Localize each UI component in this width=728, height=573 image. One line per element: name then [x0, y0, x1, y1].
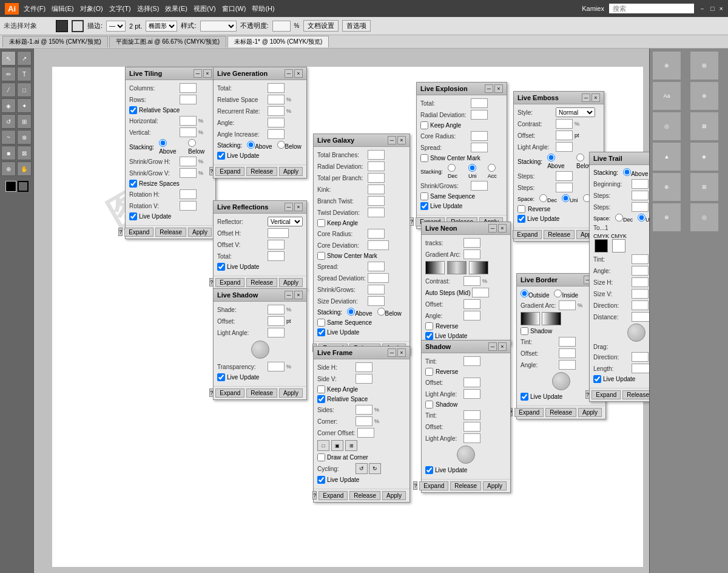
help-tiling[interactable]: ?	[118, 228, 123, 236]
live-update-neon[interactable]	[425, 332, 433, 340]
exp-total-input[interactable]: 200	[471, 98, 488, 108]
right-btn1[interactable]: ⊕	[652, 51, 681, 80]
right-btn12[interactable]: ◎	[690, 203, 719, 232]
same-seq-exp[interactable]	[420, 192, 428, 200]
shrink-v-input[interactable]: 100	[180, 168, 197, 178]
cycling-icon1[interactable]: ↺	[356, 463, 368, 474]
trail-dragdir-input[interactable]: -45	[632, 352, 649, 362]
hand-tool[interactable]: ✋	[17, 161, 32, 176]
release-emboss[interactable]: Release	[544, 230, 575, 239]
tab-2[interactable]: 未标题-1* @ 100% (CMYK/预览)	[228, 36, 329, 47]
frame-sidev-input[interactable]: 8	[356, 374, 372, 384]
reverse-shadowp[interactable]	[425, 368, 433, 376]
trail-above[interactable]	[623, 168, 631, 176]
shadowp-close[interactable]: ×	[498, 342, 507, 351]
menu-file[interactable]: 文件(F)	[24, 4, 46, 13]
emboss-steps2-input[interactable]: 25	[556, 183, 573, 192]
emboss-contrast-input[interactable]: 66.5	[556, 119, 573, 129]
right-btn10[interactable]: ⊞	[690, 172, 719, 202]
right-btn2[interactable]: ⊞	[690, 51, 719, 80]
frame-corner-input[interactable]: 100	[356, 416, 372, 426]
live-update-shadowp[interactable]	[425, 466, 433, 474]
live-update-exp[interactable]	[420, 202, 428, 210]
dec-trail[interactable]	[615, 214, 623, 222]
expand-gen[interactable]: Expand	[215, 167, 244, 176]
gen-collapse[interactable]: ─	[285, 69, 293, 78]
trail-distance-input[interactable]: 0 cm	[632, 312, 649, 322]
live-shadow-header[interactable]: Live Shadow ─ ×	[214, 289, 306, 302]
minimize-btn[interactable]: －	[699, 4, 706, 13]
emboss-style-select[interactable]: Normal	[556, 107, 595, 117]
menu-help[interactable]: 帮助(H)	[252, 4, 274, 13]
stacking-below-tiling[interactable]	[188, 139, 196, 147]
apply-gen[interactable]: Apply	[279, 167, 303, 176]
shadowp-offset2-input[interactable]: 1	[463, 422, 480, 432]
right-btn5[interactable]: ◎	[652, 112, 681, 141]
ref-offset-h-input[interactable]: 0 cm	[268, 228, 289, 238]
apply-frame[interactable]: Apply	[382, 491, 406, 500]
branch-twist-input[interactable]: 90	[368, 196, 385, 206]
line-tool[interactable]: ∕	[1, 83, 16, 97]
rect-tool[interactable]: □	[17, 83, 32, 97]
radial-dev-input[interactable]: 0	[368, 161, 385, 171]
expand-emboss[interactable]: Expand	[513, 230, 542, 239]
frame-collapse[interactable]: ─	[388, 348, 396, 357]
trail-tint-input[interactable]: 100	[632, 254, 649, 264]
tracks-input[interactable]: 1	[463, 238, 480, 248]
shadowp-light-input[interactable]: 135	[463, 389, 480, 399]
style-select[interactable]	[200, 21, 237, 32]
apply-tiling[interactable]: Apply	[188, 228, 212, 237]
prefs-btn[interactable]: 首选项	[342, 20, 371, 32]
expand-frame[interactable]: Expand	[318, 491, 348, 500]
border-tint-input[interactable]: 100	[559, 337, 576, 347]
warp-tool[interactable]: ~	[1, 130, 16, 144]
right-btn7[interactable]: ▲	[652, 142, 681, 171]
apply-shadow[interactable]: Apply	[279, 388, 303, 398]
galaxy-close[interactable]: ×	[397, 136, 406, 144]
stacking-below-galaxy[interactable]	[377, 308, 385, 316]
neon-offset-input[interactable]: 0	[463, 299, 480, 309]
live-generation-header[interactable]: Live Generation ─ ×	[214, 67, 306, 80]
select-tool[interactable]: ↖	[1, 51, 16, 66]
live-update-emboss[interactable]	[517, 215, 525, 223]
tab-0[interactable]: 未标题-1.ai @ 150% (CMYK/预览)	[2, 36, 108, 47]
stacking-below-gen[interactable]	[277, 141, 285, 149]
live-tiling-close[interactable]: ×	[203, 69, 212, 78]
apply-border[interactable]: Apply	[578, 408, 602, 417]
explosion-collapse[interactable]: ─	[485, 84, 493, 93]
help-shadow[interactable]: ?	[209, 388, 214, 397]
shrink-h-input[interactable]: 100	[180, 157, 197, 166]
live-update-ref[interactable]	[217, 263, 225, 271]
kink-input[interactable]: 0	[368, 185, 385, 194]
border-gradientarc-input[interactable]: 0	[559, 300, 576, 310]
expand-border[interactable]: Expand	[514, 408, 544, 417]
frame-close[interactable]: ×	[397, 348, 406, 357]
core-radius-input[interactable]: 1.76	[368, 229, 385, 239]
menu-object[interactable]: 对象(O)	[80, 4, 103, 13]
menu-window[interactable]: 窗口(W)	[222, 4, 246, 13]
emboss-above[interactable]	[547, 154, 555, 161]
gen-angle-input[interactable]: 0	[268, 118, 285, 127]
exp-core-radius-input[interactable]: 1.06	[471, 131, 488, 141]
neon-collapse[interactable]: ─	[488, 224, 497, 232]
rel-space-frame[interactable]	[317, 395, 325, 403]
ref-offset-v-input[interactable]: 0	[268, 240, 285, 249]
scale-tool[interactable]: ⊞	[17, 114, 32, 129]
rot-v-input[interactable]: 0	[180, 201, 197, 211]
shadow-panel-header[interactable]: Shadow ─ ×	[422, 341, 510, 353]
fill-color-swatch[interactable]	[56, 20, 68, 32]
explosion-close[interactable]: ×	[494, 84, 503, 93]
help-trail[interactable]: ?	[585, 390, 590, 399]
spread-input-galaxy[interactable]: 5.29	[368, 262, 385, 271]
live-frame-header[interactable]: Live Frame ─ ×	[314, 347, 410, 359]
apply-shadowp[interactable]: Apply	[483, 481, 507, 490]
shadowp-tint2-input[interactable]: 100	[463, 410, 480, 420]
emboss-light-input[interactable]: 135	[556, 142, 573, 152]
exp-spread-input[interactable]: 5.29	[471, 143, 488, 152]
uni-emboss[interactable]	[562, 194, 570, 202]
shadow-border[interactable]	[521, 327, 528, 335]
direct-select-tool[interactable]: ↗	[17, 51, 32, 66]
live-update-gen[interactable]	[217, 152, 225, 160]
right-btn8[interactable]: ◈	[690, 142, 719, 171]
size-dev-input[interactable]: 0	[368, 296, 385, 306]
